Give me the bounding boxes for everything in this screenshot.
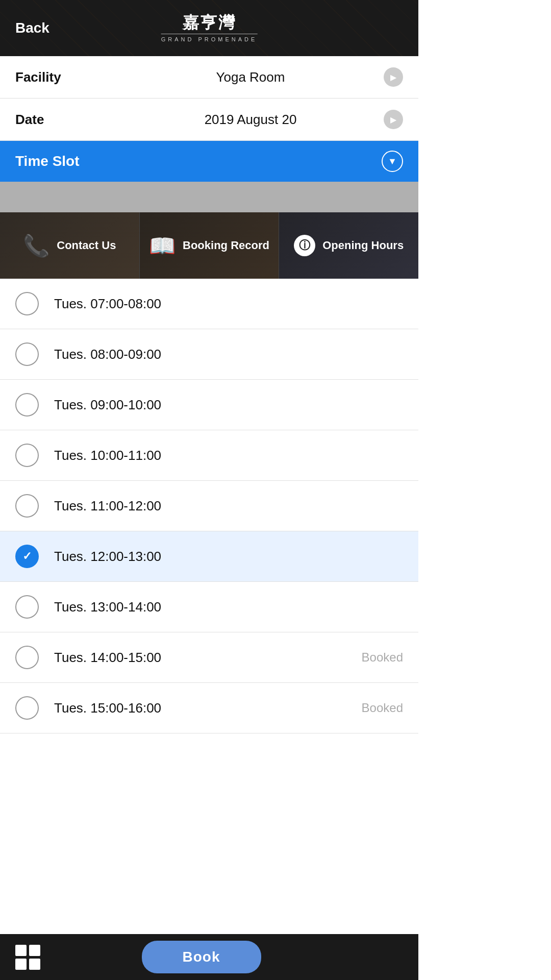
timeslot-item[interactable]: Tues. 12:00-13:00 (0, 531, 418, 582)
nav-contact-us-content: 📞 Contact Us (23, 233, 116, 258)
timeslot-status: Booked (362, 650, 403, 665)
facility-label: Facility (15, 69, 117, 85)
book-icon: 📖 (149, 233, 176, 258)
radio-button[interactable] (15, 595, 39, 619)
radio-button[interactable] (15, 646, 39, 669)
logo: 嘉亨灣 GRAND PROMENADE (161, 14, 258, 42)
nav-booking-record-content: 📖 Booking Record (149, 233, 269, 258)
radio-button[interactable] (15, 444, 39, 467)
radio-button[interactable] (15, 393, 39, 416)
facility-value: Yoga Room (117, 69, 384, 85)
chevron-right-icon: ▶ (390, 72, 396, 82)
nav-opening-hours-label: Opening Hours (322, 239, 404, 252)
radio-button[interactable] (15, 292, 39, 315)
date-label: Date (15, 112, 117, 128)
facility-row[interactable]: Facility Yoga Room ▶ (0, 56, 418, 99)
timeslot-item[interactable]: Tues. 13:00-14:00 (0, 582, 418, 632)
date-arrow[interactable]: ▶ (384, 110, 403, 129)
grid-cell-4 (29, 959, 40, 970)
footer: Book (0, 934, 418, 980)
header: Back 嘉亨灣 GRAND PROMENADE (0, 0, 418, 56)
grid-cell-3 (15, 959, 27, 970)
logo-english: GRAND PROMENADE (161, 34, 258, 42)
radio-button[interactable] (15, 545, 39, 568)
timeslot-label: Time Slot (15, 153, 80, 169)
grid-cell-1 (15, 945, 27, 956)
phone-icon: 📞 (23, 233, 49, 258)
date-row[interactable]: Date 2019 August 20 ▶ (0, 99, 418, 141)
bottom-nav: 📞 Contact Us 📖 Booking Record ⓘ Opening … (0, 212, 418, 279)
timeslot-label: Tues. 11:00-12:00 (54, 498, 403, 514)
timeslot-item[interactable]: Tues. 07:00-08:00 (0, 279, 418, 329)
grid-icon (15, 945, 40, 970)
timeslot-label: Tues. 09:00-10:00 (54, 397, 403, 413)
timeslot-label: Tues. 10:00-11:00 (54, 448, 403, 463)
nav-contact-us[interactable]: 📞 Contact Us (0, 212, 140, 279)
facility-arrow[interactable]: ▶ (384, 67, 403, 87)
timeslot-item[interactable]: Tues. 10:00-11:00 (0, 430, 418, 481)
back-button[interactable]: Back (15, 20, 49, 36)
info-icon: ⓘ (294, 235, 315, 256)
chevron-right-icon: ▶ (390, 115, 396, 125)
timeslot-status: Booked (362, 701, 403, 715)
dropdown-icon[interactable]: ▼ (382, 151, 403, 172)
nav-opening-hours-content: ⓘ Opening Hours (294, 235, 404, 256)
timeslot-label: Tues. 07:00-08:00 (54, 296, 403, 312)
radio-button[interactable] (15, 494, 39, 518)
timeslot-label: Tues. 13:00-14:00 (54, 599, 403, 615)
date-value: 2019 August 20 (117, 112, 384, 128)
timeslot-bar[interactable]: Time Slot ▼ (0, 141, 418, 182)
timeslot-item[interactable]: Tues. 09:00-10:00 (0, 380, 418, 430)
logo-chinese: 嘉亨灣 (161, 14, 258, 32)
book-button[interactable]: Book (142, 941, 261, 973)
nav-contact-us-label: Contact Us (57, 239, 116, 252)
grid-cell-2 (29, 945, 40, 956)
nav-booking-record[interactable]: 📖 Booking Record (140, 212, 280, 279)
timeslot-item[interactable]: Tues. 15:00-16:00Booked (0, 683, 418, 733)
chevron-down-icon: ▼ (388, 156, 397, 167)
gray-spacer (0, 182, 418, 212)
radio-button[interactable] (15, 696, 39, 720)
timeslot-item[interactable]: Tues. 11:00-12:00 (0, 481, 418, 531)
nav-opening-hours[interactable]: ⓘ Opening Hours (279, 212, 418, 279)
bottom-padding (0, 733, 418, 785)
timeslot-label: Tues. 12:00-13:00 (54, 549, 403, 565)
timeslot-label: Tues. 14:00-15:00 (54, 650, 362, 666)
timeslot-list: Tues. 07:00-08:00Tues. 08:00-09:00Tues. … (0, 279, 418, 733)
nav-booking-record-label: Booking Record (183, 239, 269, 252)
timeslot-label: Tues. 15:00-16:00 (54, 700, 362, 716)
timeslot-item[interactable]: Tues. 14:00-15:00Booked (0, 632, 418, 683)
timeslot-item[interactable]: Tues. 08:00-09:00 (0, 329, 418, 380)
radio-button[interactable] (15, 342, 39, 366)
timeslot-label: Tues. 08:00-09:00 (54, 347, 403, 362)
